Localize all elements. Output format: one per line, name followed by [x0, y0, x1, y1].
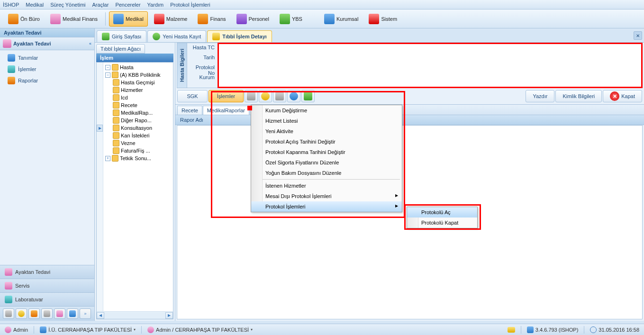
tree-expander[interactable]: − — [105, 72, 110, 78]
radiation-button[interactable] — [259, 90, 272, 102]
tab-tibbi-islem-detayi[interactable]: Tıbbî İşlem Detayı — [207, 30, 272, 42]
menu-yardim[interactable]: Yardım — [147, 2, 164, 8]
left-item-raporlar[interactable]: Raporlar — [0, 75, 94, 86]
menu-pencereler[interactable]: Pencereler — [115, 2, 140, 8]
menu-protokol-kapanma-tarihi[interactable]: Protokol Kapanma Tarihini Değiştir — [251, 147, 402, 157]
ybs-icon — [280, 14, 290, 24]
scroll-right-button[interactable]: ▶ — [165, 312, 173, 319]
left-panel-header[interactable]: Ayaktan Tedavi « — [0, 37, 94, 50]
nav-laboratuvar[interactable]: Laboratuvar — [0, 292, 94, 306]
xray-button[interactable] — [245, 90, 258, 102]
subtab-recete[interactable]: Recete — [177, 106, 202, 115]
sgk-button[interactable]: SGK — [177, 90, 208, 102]
submenu-protokolu-kapat[interactable]: Protokolü Kapat — [407, 217, 477, 228]
status-faculty[interactable]: İ.Ü. CERRAHPAŞA TIP FAKÜLTESİ — [38, 326, 137, 333]
microscope-button[interactable] — [273, 90, 286, 102]
tree-expander[interactable]: + — [105, 156, 110, 161]
left-item-islemler[interactable]: İşlemler — [0, 63, 94, 75]
kimlik-bilgileri-button[interactable]: Kimlik Bilgileri — [555, 90, 602, 102]
tree-node-medikalrap[interactable]: MedikalRap... — [103, 109, 173, 117]
item-icon — [113, 102, 119, 109]
tree-node-kan-istekleri[interactable]: Kan İstekleri — [103, 132, 173, 139]
tab-close-button[interactable]: ✕ — [634, 31, 642, 40]
toolbar-ybs[interactable]: YBS — [275, 11, 307, 27]
left-item-tanimlar[interactable]: Tanımlar — [0, 52, 94, 63]
menu-istenen-hizmetler[interactable]: İstenen Hizmetler — [251, 181, 402, 191]
tab-yeni-hasta[interactable]: Yeni Hasta Kayıt — [147, 30, 206, 42]
kapat-button[interactable]: ✕Kapat — [603, 90, 642, 102]
tree-node-label: Diğer Rapo... — [121, 118, 152, 123]
menu-protokol-islemleri[interactable]: Protokol İşlemleri — [251, 201, 402, 212]
menu-ishop[interactable]: İSHOP — [3, 2, 19, 8]
toolbar-medikal[interactable]: Medikal — [109, 11, 148, 27]
tree-node-konsultasyon[interactable]: Konsultasyon — [103, 124, 173, 132]
status-admin[interactable]: Admin — [3, 326, 30, 333]
status-user-faculty[interactable]: Admin / CERRAHPAŞA TIP FAKÜLTESİ — [145, 326, 254, 333]
left-bottom-nav: Ayaktan Tedavi Servis Laboratuvar — [0, 265, 94, 306]
tree-node-diger-rapo[interactable]: Diğer Rapo... — [103, 117, 173, 124]
toolbar-personel[interactable]: Personel — [232, 11, 273, 27]
user-icon — [147, 326, 154, 333]
sub-tabs: Recete MedikalRaporlar Di — [175, 105, 644, 115]
menu-araclar[interactable]: Araçlar — [92, 2, 109, 8]
people-icon — [69, 310, 76, 317]
toolbar-label: Ön Büro — [20, 16, 40, 22]
flask-button[interactable] — [301, 90, 315, 102]
toolbar-kurumsal[interactable]: Kurumsal — [320, 11, 363, 27]
menu-ozel-sigorta[interactable]: Özel Sigorta Fiyatlarını Düzenle — [251, 157, 402, 168]
toolbar-label: Kurumsal — [336, 16, 358, 22]
tree-node-icd[interactable]: Icd — [103, 94, 173, 101]
menu-mesai-disi[interactable]: Mesai Dışı Protokol İşlemleri — [251, 191, 402, 201]
tree-node-hasta-gecmisi[interactable]: Hasta Geçmişi — [103, 79, 173, 86]
menu-protokol[interactable]: Protokol İşlemleri — [170, 2, 210, 8]
menu-kurum-degistirme[interactable]: Kurum Değiştirme — [251, 105, 402, 116]
toolbar-finans[interactable]: Finans — [193, 11, 230, 27]
mini-btn-6[interactable] — [67, 308, 78, 319]
close-icon: ✕ — [610, 91, 619, 101]
tree-node-tetkik[interactable]: +Tetkik Sonu... — [103, 154, 173, 162]
menu-yeni-aktivite[interactable]: Yeni Aktivite — [251, 126, 402, 136]
tree-node-hasta[interactable]: −Hasta — [103, 63, 173, 71]
tree-node-hizmetler[interactable]: Hizmetler — [103, 86, 173, 94]
tree-node-vezne[interactable]: Vezne — [103, 139, 173, 147]
mini-btn-3[interactable] — [28, 308, 40, 319]
subtab-medikalraporlar[interactable]: MedikalRaporlar — [203, 106, 249, 115]
tree-tab[interactable]: Tıbbî İşlem Ağacı — [96, 44, 145, 54]
tree-node-recete[interactable]: Recete — [103, 101, 173, 109]
personel-icon — [236, 14, 247, 24]
mini-btn-more[interactable]: » — [80, 308, 91, 319]
tree-view[interactable]: −Hasta −(A) KBB Poliklinik Hasta Geçmişi… — [96, 62, 173, 319]
menu-medikal[interactable]: Medikal — [26, 2, 44, 8]
scroll-left-button[interactable]: ◀ — [97, 312, 104, 319]
finans-icon — [198, 14, 208, 24]
tab-giris-sayfasi[interactable]: Giriş Sayfası — [97, 30, 146, 42]
menu-hizmet-listesi[interactable]: Hizmet Listesi — [251, 116, 402, 126]
tree-expander[interactable]: − — [105, 65, 110, 70]
tree-node-kbb[interactable]: −(A) KBB Poliklinik — [103, 71, 173, 79]
collapse-icon[interactable]: « — [89, 41, 91, 46]
islemler-button[interactable]: İşlemler — [209, 90, 244, 102]
toolbar-malzeme[interactable]: Malzeme — [150, 11, 192, 27]
toolbar-medikal-finans[interactable]: Medikal Finans — [46, 11, 102, 27]
status-mail[interactable] — [506, 327, 517, 333]
menu-yogun-bakim[interactable]: Yoğun Bakım Dosyasını Düzenle — [251, 168, 402, 178]
tree-node-fatura[interactable]: Fatura/Fiş ... — [103, 147, 173, 154]
person-icon — [5, 282, 12, 290]
scroll-track[interactable] — [104, 312, 165, 319]
menu-surec[interactable]: Süreç Yönetimi — [50, 2, 85, 8]
nav-ayaktan-tedavi[interactable]: Ayaktan Tedavi — [0, 265, 94, 279]
tree-horizontal-scrollbar[interactable]: ◀ ▶ — [97, 311, 173, 319]
mini-btn-2[interactable] — [16, 308, 27, 319]
grid-header[interactable]: Rapor Adı — [175, 115, 644, 125]
tree-selector-gutter — [97, 63, 103, 319]
mini-btn-4[interactable] — [41, 308, 53, 319]
yazdir-button[interactable]: Yazdır — [526, 90, 554, 102]
atom-button[interactable] — [287, 90, 300, 102]
toolbar-onburo[interactable]: Ön Büro — [4, 11, 44, 27]
submenu-protokolu-ac[interactable]: Protokolü Aç — [407, 207, 477, 217]
menu-protokol-acilis-tarihi[interactable]: Protokol Açılış Tarihini Değiştir — [251, 136, 402, 147]
nav-servis[interactable]: Servis — [0, 279, 94, 292]
mini-btn-5[interactable] — [54, 308, 65, 319]
toolbar-sistem[interactable]: Sistem — [364, 11, 401, 27]
mini-btn-1[interactable] — [3, 308, 14, 319]
